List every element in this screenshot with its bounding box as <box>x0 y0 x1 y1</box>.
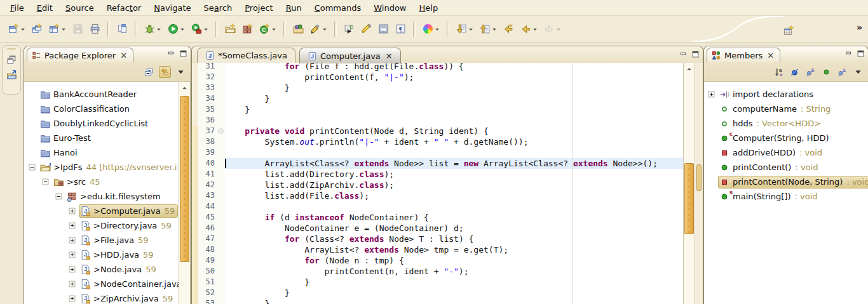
dropdown-arrow-icon[interactable] <box>180 27 185 31</box>
tree-item[interactable]: Hanoi <box>24 145 191 160</box>
tree-item[interactable]: Euro-Test <box>24 131 191 145</box>
forward-button[interactable] <box>542 19 563 39</box>
menu-source[interactable]: Source <box>59 1 100 15</box>
hide-static-button[interactable]: S <box>804 66 817 78</box>
new-window-button[interactable] <box>30 19 44 39</box>
dropdown-arrow-icon[interactable] <box>532 27 538 31</box>
member-item[interactable]: cComputer(String, HDD) <box>704 131 868 145</box>
code-line[interactable]: 49 for (Node n : tmp) { <box>192 255 703 266</box>
code-line[interactable]: 36 <box>192 115 703 126</box>
show-public-button[interactable] <box>820 66 832 78</box>
code-line[interactable]: 45 if (d instanceof NodeContainer) { <box>192 212 703 223</box>
code-line[interactable]: 44 <box>192 201 703 212</box>
code-line[interactable]: 43 list.add(File.class); <box>192 190 703 201</box>
hide-local-button[interactable]: L <box>836 66 848 78</box>
menu-window[interactable]: Window <box>367 1 412 15</box>
member-item[interactable]: hdds: Vector<HDD> <box>704 116 868 131</box>
minimize-button[interactable] <box>167 50 175 58</box>
tree-item[interactable]: > src45 <box>24 175 191 189</box>
code-line[interactable]: 47 for (Class<? extends Node> T : list) … <box>192 234 703 244</box>
menu-refactor[interactable]: Refactor <box>100 1 148 15</box>
menu-run[interactable]: Run <box>280 1 308 15</box>
menu-help[interactable]: Help <box>413 1 445 15</box>
editor-tab-someclassjava[interactable]: J*SomeClass.java <box>197 48 295 63</box>
overview-annotation-mark[interactable] <box>696 164 702 191</box>
tree-item[interactable]: ColorClassification <box>24 102 191 116</box>
minimize-button[interactable] <box>679 50 688 58</box>
code-line[interactable]: 53 } <box>192 298 703 304</box>
maximize-button[interactable] <box>857 50 865 58</box>
next-annotation-button[interactable] <box>454 19 475 39</box>
menu-navigate[interactable]: Navigate <box>147 1 197 15</box>
tree-item[interactable]: J> Node.java59 <box>24 262 191 277</box>
code-line[interactable]: 39 <box>192 147 703 158</box>
editor-tab-computerjava[interactable]: JComputer.java✕ <box>299 48 401 63</box>
editor-scrollbar[interactable] <box>683 63 695 304</box>
restore-windows-button[interactable] <box>3 54 20 65</box>
code-line[interactable]: 37 private void printContent(Node d, Str… <box>192 126 703 136</box>
code-line[interactable]: 51 } <box>192 277 703 287</box>
tree-item[interactable]: J> NodeContainer.java59 <box>24 277 191 291</box>
last-edit-location-button[interactable] <box>501 19 516 39</box>
member-item[interactable]: printContent(Node, String): void <box>704 175 868 189</box>
code-line[interactable]: 38 System.out.println("|-" + ident + " "… <box>192 136 703 147</box>
dropdown-arrow-icon[interactable] <box>20 27 25 31</box>
menu-commands[interactable]: Commands <box>308 1 368 15</box>
run-button[interactable] <box>166 19 187 39</box>
code-line[interactable]: 40 ArrayList<Class<? extends Node>> list… <box>192 158 703 169</box>
new-package-button[interactable] <box>240 19 255 39</box>
package-explorer-scrollbar[interactable] <box>179 82 191 304</box>
maximize-button[interactable] <box>179 50 187 58</box>
hide-fields-button[interactable] <box>789 66 801 78</box>
dropdown-arrow-icon[interactable] <box>156 27 161 31</box>
open-type-button[interactable] <box>291 19 306 39</box>
color-wheel-button[interactable] <box>421 19 442 39</box>
menu-edit[interactable]: Edit <box>31 1 59 15</box>
prev-annotation-button[interactable] <box>478 19 499 39</box>
code-line[interactable]: 52 } <box>192 287 703 298</box>
menu-file[interactable]: File <box>4 1 31 15</box>
code-line[interactable]: 48 ArrayList<? extends Node> tmp = e.get… <box>192 244 703 255</box>
code-line[interactable]: 34 } <box>192 93 703 104</box>
scroll-up-icon[interactable] <box>684 65 695 73</box>
code-line[interactable]: 31 for (File f : hdd.get(File.class)) { <box>192 63 703 72</box>
code-area[interactable]: 31 for (File f : hdd.get(File.class)) {3… <box>192 63 703 304</box>
save-button[interactable] <box>71 19 85 39</box>
tree-item[interactable]: J> Directory.java59 <box>24 218 191 233</box>
dropdown-arrow-icon[interactable] <box>203 27 208 31</box>
code-line[interactable]: 42 list.add(ZipArchiv.class); <box>192 180 703 190</box>
minimize-button[interactable] <box>844 50 853 58</box>
code-line[interactable]: 41 list.add(Directory.class); <box>192 169 703 180</box>
print-button[interactable] <box>88 19 102 39</box>
show-source-button[interactable] <box>376 19 391 39</box>
dropdown-arrow-icon[interactable] <box>556 27 561 31</box>
new-view-button[interactable] <box>47 19 68 39</box>
back-button[interactable] <box>519 19 539 39</box>
member-item[interactable]: import declarations <box>704 87 868 102</box>
close-icon[interactable]: ✕ <box>767 51 774 60</box>
dropdown-arrow-icon[interactable] <box>492 27 497 31</box>
code-line[interactable]: 46 NodeContainer e = (NodeContainer) d; <box>192 223 703 234</box>
search-button[interactable] <box>308 19 329 39</box>
dropdown-arrow-icon[interactable] <box>271 27 276 31</box>
view-menu-button[interactable] <box>175 66 187 78</box>
menu-search[interactable]: Search <box>198 1 239 15</box>
code-line[interactable]: 35 } <box>192 104 703 115</box>
tree-item[interactable]: BankAccountReader <box>24 87 191 102</box>
overview-ruler[interactable] <box>695 63 703 304</box>
code-line[interactable]: 32 printContent(f, "|-"); <box>192 72 703 83</box>
member-item[interactable]: smain(String[]): void <box>704 189 868 204</box>
dropdown-arrow-icon[interactable] <box>322 27 327 31</box>
dropdown-arrow-icon[interactable] <box>468 27 473 31</box>
new-wizard-button[interactable] <box>6 19 27 39</box>
run-task-button[interactable]: C <box>342 19 356 39</box>
member-item[interactable]: printContent(): void <box>704 160 868 175</box>
toolbar-overflow-chevron[interactable]: » <box>857 22 862 32</box>
copy-doc-button[interactable] <box>115 19 130 39</box>
collapse-all-button[interactable] <box>143 66 155 78</box>
code-line[interactable]: 50 printContent(n, ident + "-"); <box>192 266 703 277</box>
scrollbar-thumb[interactable] <box>684 163 694 234</box>
member-item[interactable]: computerName: String <box>704 102 868 116</box>
tree-item[interactable]: J> IpdFs44 [https://svnserver.i <box>24 160 191 175</box>
tree-item[interactable]: > edu.kit.filesystem <box>24 189 191 204</box>
